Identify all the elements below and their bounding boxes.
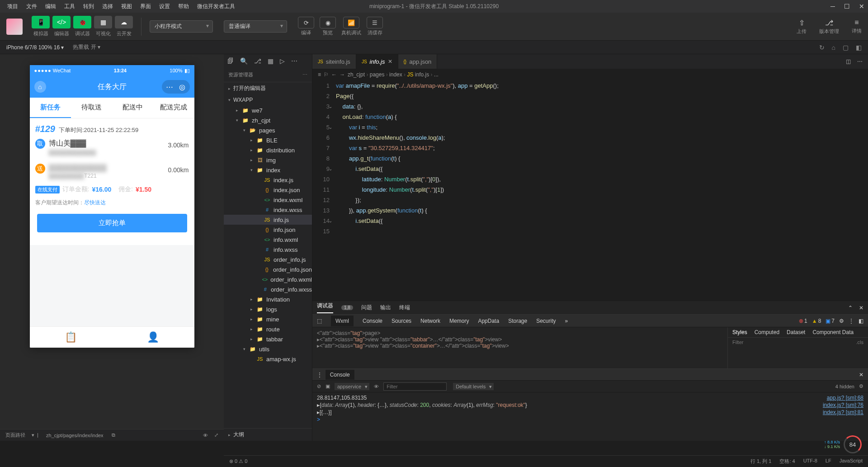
program-mode-select[interactable]: 小程序模式 <box>150 20 213 33</box>
computed-tab[interactable]: Computed <box>755 329 779 335</box>
dock-icon[interactable]: ◧ <box>856 44 862 51</box>
split-icon[interactable]: ◫ <box>846 58 851 65</box>
hidden-count[interactable]: 4 hidden <box>835 384 854 389</box>
menu-工具[interactable]: 工具 <box>61 1 79 12</box>
menu-设置[interactable]: 设置 <box>156 1 174 12</box>
refresh-icon[interactable]: ↻ <box>819 44 825 51</box>
copy-icon[interactable]: ⧉ <box>112 432 115 438</box>
editor-tab-info.js[interactable]: JSinfo.js✕ <box>356 54 398 69</box>
tree-info.wxml[interactable]: <>info.wxml <box>224 235 312 245</box>
tree-BLE[interactable]: ▸📁BLE <box>224 135 312 145</box>
tab-terminal[interactable]: 终端 <box>399 304 410 311</box>
capsule-button[interactable]: ⋯◎ <box>162 80 190 94</box>
gear-icon[interactable]: ⚙ <box>859 383 863 389</box>
tree-info.json[interactable]: {}info.json <box>224 225 312 235</box>
gear-icon[interactable]: ⚙ <box>839 318 844 324</box>
tree-info.wxss[interactable]: #info.wxss <box>224 245 312 255</box>
kebab-icon[interactable]: ⋮ <box>849 318 854 324</box>
tree-order_info.wxml[interactable]: <>order_info.wxml <box>224 274 312 284</box>
status-行 1, 列 1[interactable]: 行 1, 列 1 <box>750 458 771 465</box>
more-icon[interactable]: ⋯ <box>857 58 863 65</box>
tree-index.wxml[interactable]: <>index.wxml <box>224 195 312 205</box>
close-tab-icon[interactable]: ✕ <box>388 58 392 65</box>
close-button[interactable]: ✕ <box>859 3 864 10</box>
code-editor[interactable]: 12⌄34⌄5678⌄910111213⌄1415 var amapFile =… <box>312 80 868 301</box>
tree-index.wxss[interactable]: #index.wxss <box>224 205 312 215</box>
status-JavaScript[interactable]: JavaScript <box>840 458 863 465</box>
maximize-button[interactable]: ☐ <box>844 3 850 10</box>
order-tab-1[interactable]: 待取送 <box>71 98 112 118</box>
tree-info.js[interactable]: JSinfo.js <box>224 215 312 225</box>
perf-widget[interactable]: ↑ 8.8 K/s ↓ 9.1 K/s 84 <box>824 435 862 453</box>
tab-orders-icon[interactable]: 📋 <box>30 327 112 348</box>
user-avatar[interactable] <box>6 19 23 35</box>
ext-icon[interactable]: ▦ <box>268 57 274 65</box>
security-tab[interactable]: Security <box>536 318 556 324</box>
menu-微信开发者工具[interactable]: 微信开发者工具 <box>193 1 239 12</box>
debug-icon[interactable]: ▷ <box>280 57 285 65</box>
back-icon[interactable]: ← <box>331 71 337 78</box>
action-上传[interactable]: ⇧上传 <box>797 19 807 35</box>
tree-pages[interactable]: ▾📂pages <box>224 125 312 135</box>
chevron-up-icon[interactable]: ⌃ <box>848 305 853 311</box>
simulator-toggle[interactable]: 📱 <box>32 16 50 28</box>
kebab-icon[interactable]: ⋮ <box>317 372 322 378</box>
status-LF[interactable]: LF <box>826 458 831 465</box>
files-icon[interactable]: 🗐 <box>227 57 234 65</box>
git-icon[interactable]: ⎇ <box>254 57 261 65</box>
action-清缓存[interactable]: ☰清缓存 <box>367 17 383 36</box>
wxml-tab[interactable]: Wxml <box>331 316 354 326</box>
problems-status[interactable]: ⊗ 0 ⚠ 0 <box>229 458 247 464</box>
action-预览[interactable]: ◉预览 <box>320 17 336 36</box>
tree-img[interactable]: ▸🖼img <box>224 155 312 165</box>
minimize-button[interactable]: ─ <box>830 3 835 10</box>
tree-tabbar[interactable]: ▸📁tabbar <box>224 334 312 344</box>
tree-utils[interactable]: ▾📁utils <box>224 344 312 354</box>
tree-index.js[interactable]: JSindex.js <box>224 175 312 185</box>
menu-界面[interactable]: 界面 <box>137 1 155 12</box>
styles-tab[interactable]: Styles <box>732 329 747 335</box>
memory-tab[interactable]: Memory <box>449 318 469 324</box>
tree-we7[interactable]: ▸📁we7 <box>224 105 312 115</box>
network-tab[interactable]: Network <box>420 318 440 324</box>
storage-tab[interactable]: Storage <box>508 318 527 324</box>
more-tabs-icon[interactable]: » <box>565 318 568 324</box>
status-UTF-8[interactable]: UTF-8 <box>803 458 817 465</box>
wxml-tree[interactable]: <"attr">class="tag">page> ▸<"attr">class… <box>312 327 728 368</box>
list-icon[interactable]: ≡ <box>318 71 321 78</box>
action-真机调试[interactable]: 📶真机调试 <box>341 17 361 36</box>
menu-文件[interactable]: 文件 <box>23 1 41 12</box>
forward-icon[interactable]: → <box>340 71 345 78</box>
appdata-tab[interactable]: AppData <box>478 318 499 324</box>
more-icon[interactable]: ⋯ <box>291 57 297 65</box>
project-root[interactable]: WXAPP <box>224 94 312 105</box>
search-icon[interactable]: 🔍 <box>240 57 248 65</box>
error-badge[interactable]: ⊗1 <box>799 318 807 324</box>
editor-tab-siteinfo.js[interactable]: JSsiteinfo.js <box>312 54 356 69</box>
target-icon[interactable]: ◎ <box>176 81 189 92</box>
cloud-toggle[interactable]: ☁ <box>115 16 133 28</box>
compdata-tab[interactable]: Component Data <box>812 329 854 335</box>
tree-mine[interactable]: ▸📁mine <box>224 314 312 324</box>
tree-amap-wx.js[interactable]: JSamap-wx.js <box>224 354 312 364</box>
tree-index[interactable]: ▾📁index <box>224 165 312 175</box>
close-devtools-icon[interactable]: ✕ <box>859 305 863 311</box>
menu-帮助[interactable]: 帮助 <box>175 1 193 12</box>
tab-profile-icon[interactable]: 👤 <box>112 327 194 348</box>
debugger-toggle[interactable]: 🐞 <box>73 16 91 28</box>
open-editors-section[interactable]: 打开的编辑器 <box>224 82 312 94</box>
close-console-icon[interactable]: ✕ <box>859 372 863 378</box>
phone-icon[interactable]: ▢ <box>843 44 849 51</box>
menu-视图[interactable]: 视图 <box>118 1 136 12</box>
tree-logs[interactable]: ▸📁logs <box>224 304 312 314</box>
top-icon[interactable]: ▣ <box>326 383 330 389</box>
bookmark-icon[interactable]: ⚐ <box>324 71 329 78</box>
inspect-icon[interactable]: ⬚ <box>317 318 322 324</box>
tree-index.json[interactable]: {}index.json <box>224 185 312 195</box>
action-详情[interactable]: ≡详情 <box>852 19 862 35</box>
tab-debugger[interactable]: 调试器 <box>317 302 333 313</box>
warn-badge[interactable]: ▲8 <box>812 318 821 324</box>
clear-icon[interactable]: ⊘ <box>317 383 321 389</box>
action-版本管理[interactable]: ⎇版本管理 <box>819 19 839 35</box>
dataset-tab[interactable]: Dataset <box>787 329 805 335</box>
